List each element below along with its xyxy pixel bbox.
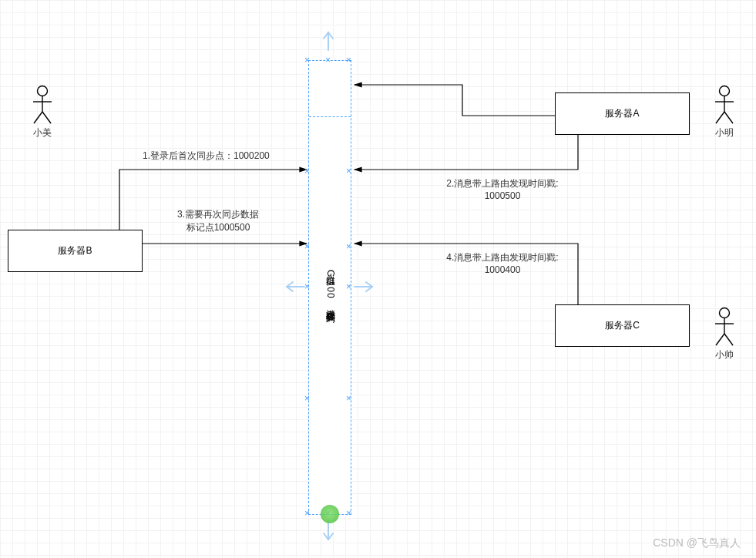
- label-3-line2: 标记点1000500: [177, 221, 259, 234]
- svg-line-12: [716, 112, 724, 123]
- actor-left-name: 小美: [27, 126, 58, 140]
- actor-right-top-name: 小明: [709, 126, 740, 140]
- server-c-label: 服务器C: [605, 319, 640, 332]
- queue-box[interactable]: 群组G 100 消息存储队列: [308, 60, 351, 515]
- server-b-label: 服务器B: [58, 244, 92, 257]
- svg-line-13: [724, 112, 733, 123]
- svg-point-14: [720, 308, 730, 318]
- server-b-box[interactable]: 服务器B: [8, 230, 143, 272]
- label-4-line1: 4.消息带上路由发现时间戳:: [433, 251, 572, 264]
- label-3: 3.需要再次同步数据 标记点1000500: [177, 208, 259, 234]
- actor-right-top[interactable]: 小明: [709, 85, 740, 139]
- svg-point-9: [720, 86, 730, 96]
- label-4: 4.消息带上路由发现时间戳: 1000400: [433, 251, 572, 275]
- add-node-dot[interactable]: [321, 505, 339, 523]
- actor-left[interactable]: 小美: [27, 85, 58, 139]
- connectors-layer: [0, 0, 756, 558]
- queue-title: 群组G 100 消息存储队列: [324, 268, 337, 307]
- server-a-label: 服务器A: [605, 107, 639, 120]
- label-2-line2: 1000500: [433, 190, 572, 201]
- label-2: 2.消息带上路由发现时间戳: 1000500: [433, 177, 572, 201]
- server-c-box[interactable]: 服务器C: [555, 304, 690, 347]
- actor-right-bottom[interactable]: 小帅: [709, 307, 740, 361]
- actor-right-bottom-name: 小帅: [709, 348, 740, 361]
- label-1: 1.登录后首次同步点：1000200: [143, 150, 270, 163]
- diagram-canvas[interactable]: 群组G 100 消息存储队列 服务器B 服务器A 服务器C 1.登录后首次同步点…: [0, 0, 756, 558]
- label-2-line1: 2.消息带上路由发现时间戳:: [433, 177, 572, 190]
- label-3-line1: 3.需要再次同步数据: [177, 208, 259, 221]
- watermark: CSDN @飞鸟真人: [653, 536, 741, 550]
- svg-point-4: [38, 86, 48, 96]
- svg-line-8: [42, 112, 51, 123]
- svg-line-7: [34, 112, 42, 123]
- queue-divider-1: [309, 116, 351, 117]
- server-a-box[interactable]: 服务器A: [555, 92, 690, 135]
- svg-line-17: [716, 334, 724, 345]
- label-4-line2: 1000400: [433, 264, 572, 275]
- svg-line-18: [724, 334, 733, 345]
